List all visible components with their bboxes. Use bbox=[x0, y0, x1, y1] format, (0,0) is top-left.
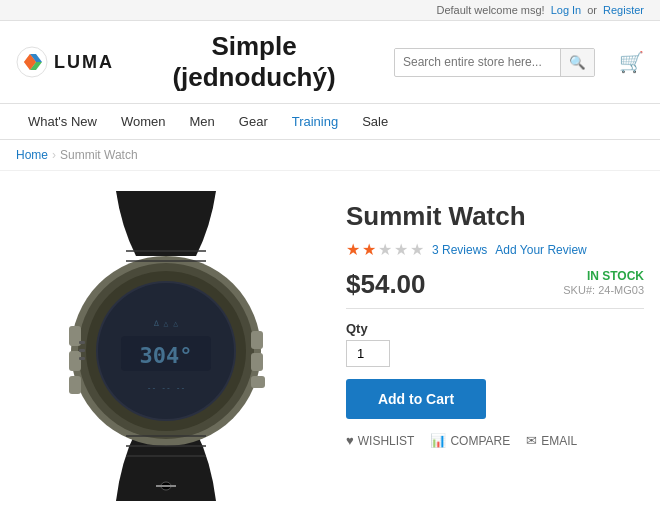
svg-rect-16 bbox=[79, 349, 85, 352]
nav-item-women[interactable]: Women bbox=[109, 104, 178, 139]
wishlist-label: WISHLIST bbox=[358, 434, 415, 448]
star-4: ★ bbox=[394, 240, 408, 259]
login-link[interactable]: Log In bbox=[551, 4, 582, 16]
add-review-link[interactable]: Add Your Review bbox=[495, 243, 586, 257]
sku-number: SKU#: 24-MG03 bbox=[563, 284, 644, 296]
compare-label: COMPARE bbox=[450, 434, 510, 448]
svg-rect-17 bbox=[79, 357, 85, 360]
search-button[interactable]: 🔍 bbox=[560, 49, 594, 76]
main-content: 304° -- -- -- ∆ △ △ bbox=[0, 171, 660, 515]
email-link[interactable]: ✉ EMAIL bbox=[526, 433, 577, 448]
register-link[interactable]: Register bbox=[603, 4, 644, 16]
star-5: ★ bbox=[410, 240, 424, 259]
breadcrumb-separator: › bbox=[52, 148, 56, 162]
compare-icon: 📊 bbox=[430, 433, 446, 448]
rating-row: ★ ★ ★ ★ ★ 3 Reviews Add Your Review bbox=[346, 240, 644, 259]
reviews-link[interactable]: 3 Reviews bbox=[432, 243, 487, 257]
svg-rect-12 bbox=[69, 376, 81, 394]
qty-label: Qty bbox=[346, 321, 644, 336]
search-input[interactable] bbox=[395, 49, 560, 75]
sku-value: 24-MG03 bbox=[598, 284, 644, 296]
nav-item-sale[interactable]: Sale bbox=[350, 104, 400, 139]
nav-item-men[interactable]: Men bbox=[178, 104, 227, 139]
svg-rect-14 bbox=[251, 353, 263, 371]
wishlist-link[interactable]: ♥ WISHLIST bbox=[346, 433, 414, 448]
top-bar: Default welcome msg! Log In or Register bbox=[0, 0, 660, 21]
price-divider bbox=[346, 308, 644, 309]
svg-rect-13 bbox=[251, 331, 263, 349]
svg-rect-18 bbox=[251, 376, 265, 388]
product-name: Summit Watch bbox=[346, 201, 644, 232]
star-3: ★ bbox=[378, 240, 392, 259]
email-label: EMAIL bbox=[541, 434, 577, 448]
or-text: or bbox=[587, 4, 597, 16]
breadcrumb-home[interactable]: Home bbox=[16, 148, 48, 162]
stock-sku: IN STOCK SKU#: 24-MG03 bbox=[563, 269, 644, 297]
luma-logo-icon bbox=[16, 46, 48, 78]
site-title: Simple (jednoduchý) bbox=[130, 31, 378, 93]
breadcrumb-current: Summit Watch bbox=[60, 148, 138, 162]
svg-text:∆ △ △: ∆ △ △ bbox=[153, 319, 178, 328]
product-image: 304° -- -- -- ∆ △ △ bbox=[21, 191, 311, 501]
logo-text: LUMA bbox=[54, 52, 114, 73]
product-image-area: 304° -- -- -- ∆ △ △ bbox=[16, 191, 316, 501]
svg-text:-- -- --: -- -- -- bbox=[147, 384, 186, 393]
price-row: $54.00 IN STOCK SKU#: 24-MG03 bbox=[346, 269, 644, 300]
svg-rect-11 bbox=[69, 351, 81, 371]
product-price: $54.00 bbox=[346, 269, 426, 300]
nav-item-gear[interactable]: Gear bbox=[227, 104, 280, 139]
product-details: Summit Watch ★ ★ ★ ★ ★ 3 Reviews Add You… bbox=[346, 191, 644, 448]
nav-item-whats-new[interactable]: What's New bbox=[16, 104, 109, 139]
breadcrumb: Home › Summit Watch bbox=[0, 140, 660, 171]
stars-container: ★ ★ ★ ★ ★ bbox=[346, 240, 424, 259]
header: LUMA Simple (jednoduchý) 🔍 🛒 bbox=[0, 21, 660, 104]
sku-label: SKU#: bbox=[563, 284, 595, 296]
heart-icon: ♥ bbox=[346, 433, 354, 448]
logo-area[interactable]: LUMA bbox=[16, 46, 114, 78]
star-2: ★ bbox=[362, 240, 376, 259]
welcome-message: Default welcome msg! bbox=[436, 4, 544, 16]
star-1: ★ bbox=[346, 240, 360, 259]
svg-rect-15 bbox=[79, 341, 85, 344]
cart-icon[interactable]: 🛒 bbox=[619, 50, 644, 74]
main-nav: What's New Women Men Gear Training Sale bbox=[0, 104, 660, 140]
compare-link[interactable]: 📊 COMPARE bbox=[430, 433, 510, 448]
nav-item-training[interactable]: Training bbox=[280, 104, 350, 139]
add-to-cart-button[interactable]: Add to Cart bbox=[346, 379, 486, 419]
search-area: 🔍 bbox=[394, 48, 595, 77]
in-stock-badge: IN STOCK bbox=[563, 269, 644, 283]
qty-input[interactable] bbox=[346, 340, 390, 367]
watch-svg: 304° -- -- -- ∆ △ △ bbox=[21, 191, 311, 501]
svg-text:304°: 304° bbox=[140, 343, 193, 368]
action-links: ♥ WISHLIST 📊 COMPARE ✉ EMAIL bbox=[346, 433, 644, 448]
email-icon: ✉ bbox=[526, 433, 537, 448]
